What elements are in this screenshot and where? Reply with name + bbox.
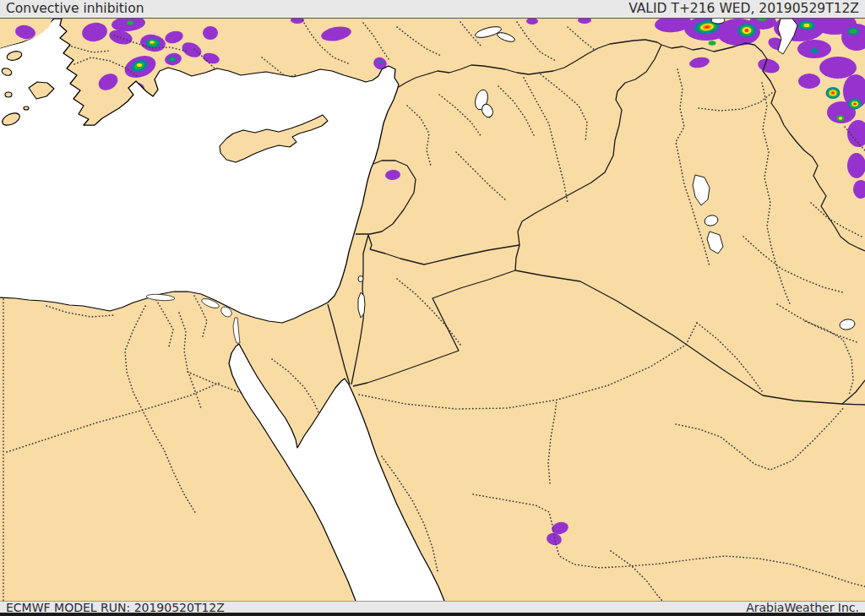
sea-of-galilee	[358, 276, 363, 282]
valid-time-label: VALID T+216 WED, 20190529T12Z	[628, 3, 859, 16]
map-canvas	[0, 19, 865, 601]
aegean-island	[5, 92, 12, 97]
footer-bar: ECMWF MODEL RUN: 20190520T12Z ArabiaWeat…	[0, 601, 865, 613]
lake-van-edge	[711, 19, 725, 24]
company-credit: ArabiaWeather Inc.	[746, 602, 859, 613]
page-title: Convective inhibition	[6, 3, 144, 16]
map-area	[0, 19, 865, 601]
model-run-label: ECMWF MODEL RUN: 20190520T12Z	[6, 602, 225, 613]
aegean-islet	[24, 106, 29, 110]
header-bar: Convective inhibition VALID T+216 WED, 2…	[0, 0, 865, 19]
dead-sea	[358, 292, 365, 318]
weather-map-page: Convective inhibition VALID T+216 WED, 2…	[0, 0, 865, 616]
